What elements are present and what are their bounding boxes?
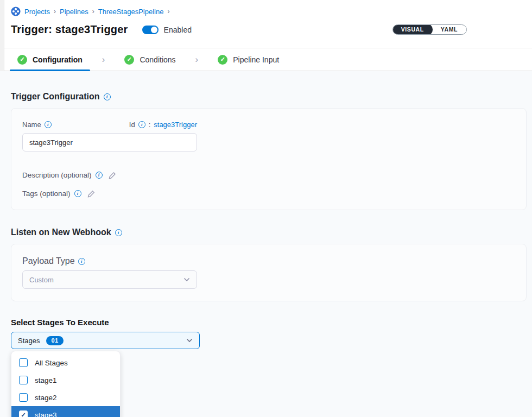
tab-configuration[interactable]: ✓ Configuration: [10, 48, 90, 71]
info-icon[interactable]: i: [115, 229, 122, 236]
tab-label: Pipeline Input: [233, 55, 279, 64]
option-label: stage2: [35, 394, 57, 402]
webhook-heading: Listen on New Webhook i: [11, 228, 527, 237]
page-left-edge: [0, 0, 4, 71]
enabled-toggle[interactable]: [142, 26, 159, 34]
option-label: stage3: [35, 411, 57, 417]
tab-conditions[interactable]: ✓ Conditions: [117, 48, 183, 71]
tab-label: Configuration: [33, 55, 83, 64]
yaml-tab-button[interactable]: YAML: [432, 24, 466, 35]
payload-type-select[interactable]: Custom: [22, 270, 197, 289]
stages-select-label: Stages: [18, 337, 40, 345]
stage-option-stage3[interactable]: ✓ stage3: [11, 406, 120, 417]
trigger-id: Id i : stage3Trigger: [129, 121, 197, 129]
breadcrumb-link-pipeline-name[interactable]: ThreeStagesPipeline: [98, 8, 164, 16]
check-circle-icon: ✓: [218, 55, 227, 65]
breadcrumb: Projects › Pipelines › ThreeStagesPipeli…: [11, 7, 521, 16]
stage-option-stage1[interactable]: ✓ stage1: [11, 371, 120, 389]
edit-pencil-icon[interactable]: [109, 172, 116, 179]
tags-label: Tags (optional): [22, 189, 71, 198]
stage-option-stage2[interactable]: ✓ stage2: [11, 389, 120, 406]
option-label: All Stages: [35, 359, 68, 367]
stages-multiselect[interactable]: Stages 01: [11, 332, 200, 349]
label-text: Name: [22, 121, 41, 129]
name-label: Name i: [22, 121, 52, 129]
info-icon[interactable]: i: [138, 121, 145, 128]
tab-label: Conditions: [140, 55, 175, 64]
toggle-knob: [151, 27, 157, 33]
payload-type-label: Payload Type i: [22, 256, 515, 266]
option-label: stage1: [35, 376, 57, 384]
breadcrumb-separator: ›: [54, 8, 56, 15]
project-logo-icon: [11, 7, 21, 16]
id-value-link[interactable]: stage3Trigger: [154, 121, 197, 129]
selected-count-badge: 01: [46, 336, 63, 345]
id-label: Id: [129, 121, 135, 129]
page-title: Trigger: stage3Trigger: [11, 23, 128, 36]
breadcrumb-separator: ›: [92, 8, 94, 15]
edit-pencil-icon[interactable]: [87, 190, 95, 198]
visual-tab-button[interactable]: VISUAL: [392, 24, 433, 35]
check-circle-icon: ✓: [124, 55, 134, 65]
tags-row: Tags (optional) i: [22, 189, 515, 198]
chevron-down-icon: [186, 338, 193, 343]
tab-pipeline-input[interactable]: ✓ Pipeline Input: [210, 48, 287, 71]
breadcrumb-link-pipelines[interactable]: Pipelines: [60, 8, 88, 16]
select-stages-heading: Select Stages To Execute: [11, 318, 527, 327]
name-id-row: Name i Id i : stage3Trigger: [22, 121, 197, 129]
webhook-card: Payload Type i Custom: [11, 244, 527, 301]
payload-type-value: Custom: [29, 276, 54, 284]
info-icon[interactable]: i: [96, 172, 103, 179]
trigger-configuration-card: Name i Id i : stage3Trigger Description …: [11, 108, 527, 210]
name-input[interactable]: [22, 133, 197, 151]
checkbox-icon[interactable]: ✓: [19, 393, 28, 402]
description-label: Description (optional): [22, 171, 92, 179]
id-colon: :: [149, 121, 151, 129]
checkbox-icon[interactable]: ✓: [19, 358, 28, 367]
breadcrumb-separator: ›: [167, 8, 169, 15]
checkbox-icon[interactable]: ✓: [19, 410, 28, 417]
stage-option-all-stages[interactable]: ✓ All Stages: [11, 354, 120, 371]
check-circle-icon: ✓: [17, 55, 27, 65]
breadcrumb-link-projects[interactable]: Projects: [24, 8, 50, 16]
label-text: Payload Type: [22, 256, 75, 266]
checkbox-icon[interactable]: ✓: [19, 376, 28, 384]
wizard-tabbar: ✓ Configuration › ✓ Conditions › ✓ Pipel…: [4, 48, 532, 71]
enabled-label: Enabled: [164, 26, 192, 34]
info-icon[interactable]: i: [78, 258, 85, 265]
visual-yaml-toggle: VISUAL YAML: [392, 24, 467, 35]
title-row: Trigger: stage3Trigger Enabled VISUAL YA…: [11, 23, 521, 36]
description-row: Description (optional) i: [22, 171, 515, 179]
chevron-right-icon: ›: [102, 54, 105, 65]
heading-text: Listen on New Webhook: [11, 228, 111, 237]
info-icon[interactable]: i: [74, 190, 81, 197]
info-icon[interactable]: i: [45, 121, 52, 128]
info-icon[interactable]: i: [104, 93, 111, 100]
chevron-right-icon: ›: [195, 54, 199, 65]
heading-text: Trigger Configuration: [11, 92, 100, 102]
trigger-configuration-heading: Trigger Configuration i: [11, 71, 527, 102]
chevron-down-icon: [183, 277, 190, 282]
page-header: Projects › Pipelines › ThreeStagesPipeli…: [4, 0, 532, 48]
stages-dropdown-panel: ✓ All Stages ✓ stage1 ✓ stage2 ✓ stage3: [11, 351, 121, 417]
main-content: Trigger Configuration i Name i Id i : st…: [0, 71, 532, 417]
